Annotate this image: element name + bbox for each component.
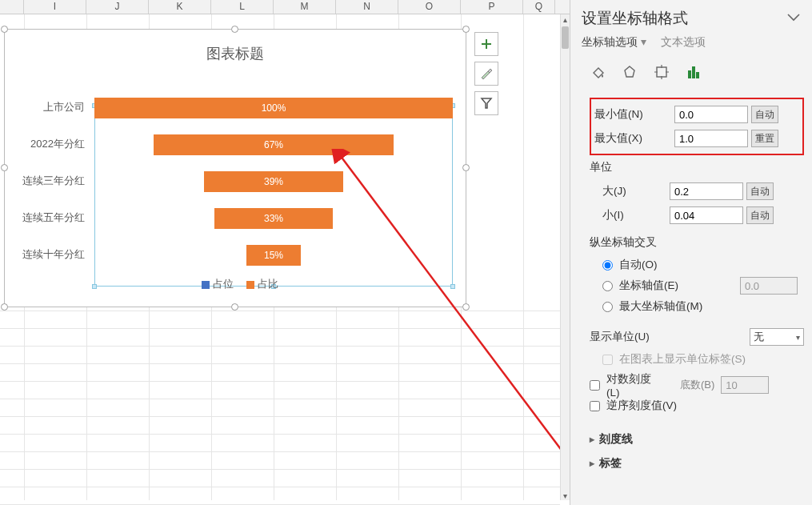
chart-side-buttons bbox=[474, 32, 498, 115]
legend-swatch bbox=[246, 281, 254, 289]
bar[interactable]: 100% bbox=[94, 98, 453, 118]
cross-max-radio[interactable] bbox=[602, 302, 613, 312]
svg-rect-4 bbox=[692, 66, 695, 78]
units-header: 单位 bbox=[590, 160, 804, 174]
format-axis-panel: 设置坐标轴格式 坐标轴选项▾ 文本选项 最小值(N) 自动 bbox=[570, 0, 812, 505]
col-header[interactable]: Q bbox=[523, 0, 555, 14]
col-header-partial[interactable] bbox=[0, 0, 24, 14]
y-axis-label: 上市公司 bbox=[5, 100, 90, 114]
svg-rect-5 bbox=[696, 72, 699, 78]
y-axis-label: 2022年分红 bbox=[5, 137, 90, 151]
col-header[interactable]: K bbox=[149, 0, 211, 14]
y-axis-label: 连续五年分红 bbox=[5, 210, 90, 225]
col-header[interactable]: O bbox=[398, 0, 461, 14]
max-label: 最大值(X) bbox=[594, 131, 674, 146]
scroll-down-button[interactable]: ▾ bbox=[561, 491, 570, 500]
chart-legend[interactable]: 占位 占比 bbox=[5, 277, 466, 291]
display-units-select[interactable]: 无 ▾ bbox=[750, 328, 804, 346]
max-reset-button[interactable]: 重置 bbox=[751, 130, 778, 147]
show-units-on-chart-checkbox bbox=[602, 355, 613, 365]
log-scale-label: 对数刻度(L) bbox=[606, 372, 659, 399]
chevron-right-icon: ▸ bbox=[590, 434, 594, 445]
scroll-track[interactable] bbox=[561, 24, 570, 491]
resize-handle[interactable] bbox=[1, 164, 8, 171]
bar[interactable]: 67% bbox=[154, 134, 394, 155]
cross-header: 纵坐标轴交叉 bbox=[590, 235, 804, 250]
svg-marker-1 bbox=[625, 66, 634, 77]
resize-handle[interactable] bbox=[231, 26, 238, 33]
plus-icon bbox=[480, 38, 493, 50]
filter-button[interactable] bbox=[474, 91, 498, 115]
legend-label: 占位 bbox=[213, 278, 234, 290]
resize-handle[interactable] bbox=[462, 164, 470, 171]
vertical-scrollbar[interactable]: ▴ ▾ bbox=[560, 14, 570, 500]
scroll-thumb[interactable] bbox=[562, 26, 569, 49]
collapse-panel-button[interactable] bbox=[783, 8, 804, 29]
y-axis-label: 连续三年分红 bbox=[5, 174, 90, 188]
log-base-label: 底数(B) bbox=[680, 378, 714, 392]
display-units-label: 显示单位(U) bbox=[590, 330, 694, 344]
show-units-on-chart-label: 在图表上显示单位标签(S) bbox=[619, 352, 746, 367]
min-auto-button[interactable]: 自动 bbox=[751, 106, 778, 123]
col-header[interactable]: J bbox=[86, 0, 149, 14]
resize-handle[interactable] bbox=[462, 26, 470, 33]
funnel-icon bbox=[480, 97, 493, 110]
minor-unit-label: 小(I) bbox=[602, 208, 670, 222]
svg-rect-2 bbox=[657, 67, 666, 77]
y-axis-label: 连续十年分红 bbox=[5, 247, 90, 262]
chevron-down-icon: ▾ bbox=[796, 333, 800, 342]
resize-handle[interactable] bbox=[1, 303, 8, 311]
labels-section-toggle[interactable]: ▸标签 bbox=[590, 456, 804, 471]
cross-auto-radio[interactable] bbox=[602, 260, 613, 271]
resize-handle[interactable] bbox=[231, 303, 238, 311]
cross-value-input bbox=[740, 277, 798, 295]
col-header[interactable]: I bbox=[24, 0, 86, 14]
dropdown-caret-icon[interactable]: ▾ bbox=[641, 35, 646, 48]
col-header[interactable]: M bbox=[274, 0, 336, 14]
resize-handle[interactable] bbox=[462, 303, 470, 311]
bounds-highlight: 最小值(N) 自动 最大值(X) 重置 bbox=[590, 98, 804, 155]
tab-text-options[interactable]: 文本选项 bbox=[661, 36, 706, 48]
fill-bucket-icon[interactable] bbox=[586, 61, 609, 83]
size-props-icon[interactable] bbox=[650, 61, 673, 83]
cross-max-label: 最大坐标轴值(M) bbox=[619, 299, 702, 314]
cross-auto-label: 自动(O) bbox=[619, 258, 658, 272]
max-value-input[interactable] bbox=[674, 130, 748, 147]
tab-axis-options[interactable]: 坐标轴选项 bbox=[582, 36, 638, 48]
panel-title: 设置坐标轴格式 bbox=[582, 8, 688, 29]
spreadsheet-area: I J K L M N O P Q bbox=[0, 0, 570, 505]
chart-title[interactable]: 图表标题 bbox=[5, 30, 466, 70]
add-element-button[interactable] bbox=[474, 32, 498, 56]
brush-icon bbox=[479, 66, 494, 81]
bar[interactable]: 15% bbox=[246, 245, 300, 266]
axis-options-icon[interactable] bbox=[682, 61, 705, 83]
major-auto-button[interactable]: 自动 bbox=[746, 182, 774, 200]
min-value-input[interactable] bbox=[674, 106, 748, 123]
log-base-input bbox=[721, 376, 769, 394]
ticks-section-toggle[interactable]: ▸刻度线 bbox=[590, 432, 804, 447]
cross-value-radio[interactable] bbox=[602, 281, 613, 291]
minor-auto-button[interactable]: 自动 bbox=[746, 206, 774, 224]
reverse-order-label: 逆序刻度值(V) bbox=[606, 399, 677, 413]
bar[interactable]: 33% bbox=[214, 208, 333, 229]
min-label: 最小值(N) bbox=[594, 107, 674, 122]
major-unit-input[interactable] bbox=[670, 182, 743, 200]
reverse-order-checkbox[interactable] bbox=[590, 401, 600, 411]
col-header[interactable]: N bbox=[336, 0, 398, 14]
log-scale-checkbox[interactable] bbox=[590, 380, 600, 391]
cross-value-label: 坐标轴值(E) bbox=[619, 279, 678, 293]
col-header[interactable]: L bbox=[211, 0, 274, 14]
col-header[interactable]: P bbox=[461, 0, 523, 14]
legend-label: 占比 bbox=[258, 278, 278, 290]
scroll-up-button[interactable]: ▴ bbox=[561, 14, 570, 24]
bar[interactable]: 39% bbox=[204, 171, 344, 192]
resize-handle[interactable] bbox=[1, 26, 8, 33]
display-units-value: 无 bbox=[754, 330, 764, 344]
legend-swatch bbox=[202, 281, 210, 289]
minor-unit-input[interactable] bbox=[670, 206, 743, 224]
style-brush-button[interactable] bbox=[474, 62, 498, 86]
chevron-right-icon: ▸ bbox=[590, 458, 594, 469]
chart-object[interactable]: 图表标题 上市公司 2022年分红 连续三年分红 连续五年分红 连续十年分红 1… bbox=[4, 29, 466, 307]
chevron-down-icon bbox=[786, 11, 801, 22]
effects-icon[interactable] bbox=[618, 61, 641, 83]
